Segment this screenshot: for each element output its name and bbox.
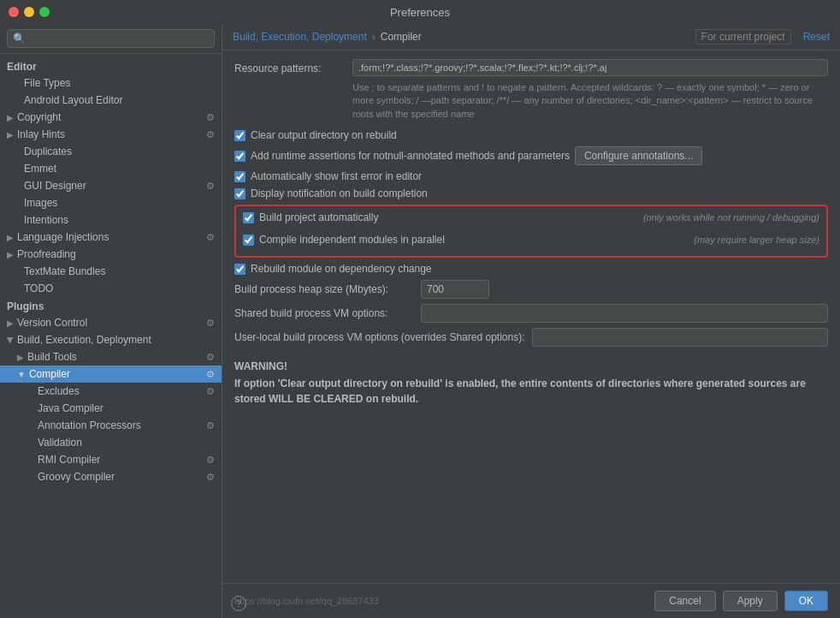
reset-button[interactable]: Reset bbox=[803, 31, 830, 43]
main-content: Editor File Types Android Layout Editor … bbox=[0, 24, 840, 618]
build-auto-note: (only works while not running / debuggin… bbox=[643, 212, 819, 223]
option-runtime-assertions: Add runtime assertions for notnull-annot… bbox=[234, 146, 828, 165]
breadcrumb-parent[interactable]: Build, Execution, Deployment bbox=[233, 31, 367, 43]
item-label: Language Injections bbox=[17, 231, 109, 243]
breadcrumb-separator: › bbox=[372, 31, 376, 43]
right-panel: Build, Execution, Deployment › Compiler … bbox=[222, 24, 840, 618]
breadcrumb-bar: Build, Execution, Deployment › Compiler … bbox=[222, 24, 840, 51]
warning-text: If option 'Clear output directory on reb… bbox=[234, 376, 828, 407]
resource-patterns-input[interactable] bbox=[352, 59, 828, 76]
resource-patterns-label: Resource patterns: bbox=[234, 59, 346, 74]
item-label: Proofreading bbox=[17, 248, 76, 260]
expand-arrow: ▶ bbox=[7, 233, 14, 242]
sidebar-item-android-layout-editor[interactable]: Android Layout Editor bbox=[0, 92, 222, 109]
sidebar-item-compiler[interactable]: ▼ Compiler ⚙ bbox=[0, 365, 222, 383]
option-build-auto: Build project automatically (only works … bbox=[243, 211, 819, 223]
item-label: Compiler bbox=[29, 368, 70, 380]
help-button[interactable]: ? bbox=[231, 596, 246, 611]
help-icon: ? bbox=[236, 598, 241, 609]
sidebar-item-groovy-compiler[interactable]: Groovy Compiler ⚙ bbox=[0, 468, 222, 485]
auto-show-error-label: Automatically show first error in editor bbox=[251, 170, 422, 182]
heap-size-label: Build process heap size (Mbytes): bbox=[234, 283, 414, 295]
item-label: Images bbox=[24, 197, 57, 209]
display-notification-checkbox[interactable] bbox=[234, 188, 245, 199]
compile-parallel-label: Compile independent modules in parallel bbox=[259, 234, 445, 246]
sidebar: Editor File Types Android Layout Editor … bbox=[0, 24, 222, 618]
gear-icon: ⚙ bbox=[206, 232, 215, 243]
gear-icon: ⚙ bbox=[206, 318, 215, 329]
sidebar-item-gui-designer[interactable]: GUI Designer ⚙ bbox=[0, 177, 222, 194]
compile-parallel-checkbox[interactable] bbox=[243, 235, 254, 246]
sidebar-item-inlay-hints[interactable]: ▶ Inlay Hints ⚙ bbox=[0, 126, 222, 143]
gear-icon: ⚙ bbox=[206, 472, 215, 483]
title-bar: Preferences bbox=[0, 0, 840, 24]
sidebar-item-duplicates[interactable]: Duplicates bbox=[0, 143, 222, 160]
item-label: TODO bbox=[24, 282, 53, 294]
item-label: Version Control bbox=[17, 317, 87, 329]
auto-show-error-checkbox[interactable] bbox=[234, 171, 245, 182]
sidebar-item-java-compiler[interactable]: Java Compiler bbox=[0, 400, 222, 417]
item-label: File Types bbox=[24, 77, 70, 89]
option-compile-parallel: Compile independent modules in parallel … bbox=[243, 234, 819, 246]
apply-button[interactable]: Apply bbox=[723, 591, 778, 611]
sidebar-item-file-types[interactable]: File Types bbox=[0, 74, 222, 92]
maximize-button[interactable] bbox=[39, 7, 50, 17]
breadcrumb-project[interactable]: For current project bbox=[695, 29, 791, 45]
sidebar-item-images[interactable]: Images bbox=[0, 194, 222, 211]
item-label: Inlay Hints bbox=[17, 128, 65, 140]
user-local-vm-input[interactable] bbox=[532, 328, 829, 347]
item-label: Excludes bbox=[38, 385, 80, 397]
expand-arrow: ▶ bbox=[7, 318, 14, 328]
sidebar-item-todo[interactable]: TODO bbox=[0, 280, 222, 297]
sidebar-item-build-tools[interactable]: ▶ Build Tools ⚙ bbox=[0, 348, 222, 365]
close-button[interactable] bbox=[9, 7, 19, 17]
heap-size-input[interactable] bbox=[421, 280, 489, 299]
gear-icon: ⚙ bbox=[206, 112, 215, 123]
sidebar-section-build[interactable]: ▶ Build, Execution, Deployment bbox=[0, 331, 222, 348]
item-label: Android Layout Editor bbox=[24, 94, 122, 106]
sidebar-item-annotation-processors[interactable]: Annotation Processors ⚙ bbox=[0, 417, 222, 434]
gear-icon: ⚙ bbox=[206, 352, 215, 363]
option-auto-show-error: Automatically show first error in editor bbox=[234, 170, 828, 182]
sidebar-item-version-control[interactable]: ▶ Version Control ⚙ bbox=[0, 314, 222, 331]
sidebar-tree: Editor File Types Android Layout Editor … bbox=[0, 54, 222, 618]
configure-annotations-button[interactable]: Configure annotations... bbox=[575, 146, 702, 165]
heap-size-row: Build process heap size (Mbytes): bbox=[234, 280, 828, 299]
cancel-button[interactable]: Cancel bbox=[654, 591, 715, 611]
search-input[interactable] bbox=[7, 29, 215, 48]
rebuild-module-checkbox[interactable] bbox=[234, 264, 245, 275]
gear-icon: ⚙ bbox=[206, 420, 215, 431]
window-title: Preferences bbox=[390, 6, 450, 19]
item-label: Duplicates bbox=[24, 146, 72, 157]
warning-title: WARNING! bbox=[234, 360, 828, 372]
shared-vm-input[interactable] bbox=[421, 304, 828, 323]
item-label: Annotation Processors bbox=[38, 419, 141, 431]
item-label: Validation bbox=[38, 437, 82, 449]
gear-icon: ⚙ bbox=[206, 386, 215, 397]
highlighted-options-box: Build project automatically (only works … bbox=[234, 205, 828, 258]
resource-patterns-row: Resource patterns: bbox=[234, 59, 828, 76]
ok-button[interactable]: OK bbox=[784, 591, 828, 611]
minimize-button[interactable] bbox=[24, 7, 34, 17]
runtime-assertions-checkbox[interactable] bbox=[234, 151, 245, 162]
expand-arrow: ▶ bbox=[6, 336, 15, 343]
sidebar-item-copyright[interactable]: ▶ Copyright ⚙ bbox=[0, 109, 222, 126]
sidebar-item-textmate-bundles[interactable]: TextMate Bundles bbox=[0, 263, 222, 280]
item-label: Java Compiler bbox=[38, 402, 104, 414]
sidebar-item-intentions[interactable]: Intentions bbox=[0, 211, 222, 229]
sidebar-item-validation[interactable]: Validation bbox=[0, 434, 222, 451]
sidebar-item-proofreading[interactable]: ▶ Proofreading bbox=[0, 246, 222, 263]
option-rebuild-module: Rebuild module on dependency change bbox=[234, 263, 828, 275]
shared-vm-label: Shared build process VM options: bbox=[234, 307, 414, 319]
item-label: Emmet bbox=[24, 163, 56, 175]
resource-hint: Use ; to separate patterns and ! to nega… bbox=[234, 81, 828, 121]
sidebar-item-rmi-compiler[interactable]: RMI Compiler ⚙ bbox=[0, 451, 222, 468]
sidebar-item-language-injections[interactable]: ▶ Language Injections ⚙ bbox=[0, 229, 222, 246]
clear-output-checkbox[interactable] bbox=[234, 130, 245, 141]
item-label: RMI Compiler bbox=[38, 454, 100, 466]
sidebar-item-excludes[interactable]: Excludes ⚙ bbox=[0, 383, 222, 400]
build-auto-checkbox[interactable] bbox=[243, 212, 254, 223]
rebuild-module-label: Rebuild module on dependency change bbox=[251, 263, 432, 275]
sidebar-item-emmet[interactable]: Emmet bbox=[0, 160, 222, 177]
section-label: Build, Execution, Deployment bbox=[17, 334, 151, 346]
